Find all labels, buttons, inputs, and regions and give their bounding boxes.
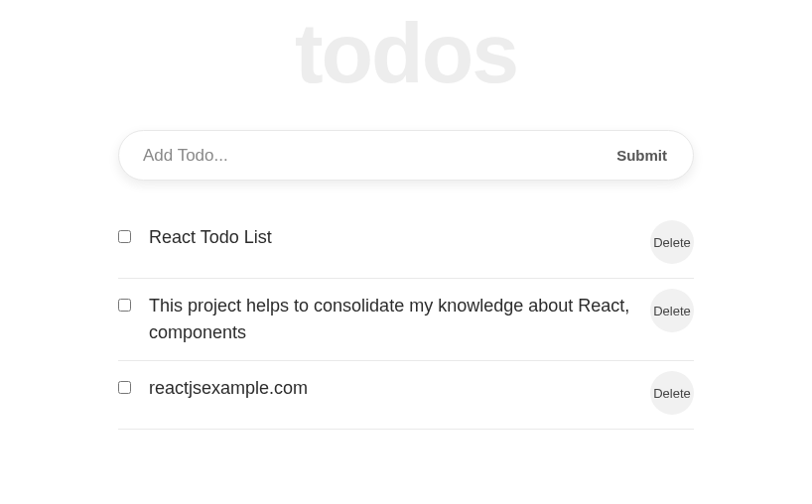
todo-item: reactjsexample.com Delete: [118, 361, 694, 430]
todo-checkbox[interactable]: [118, 299, 131, 312]
todo-item: React Todo List Delete: [118, 210, 694, 279]
todo-checkbox[interactable]: [118, 381, 131, 394]
todo-list: React Todo List Delete This project help…: [118, 210, 694, 430]
todo-text: reactjsexample.com: [149, 375, 650, 402]
todo-checkbox[interactable]: [118, 230, 131, 243]
delete-button[interactable]: Delete: [650, 371, 694, 415]
delete-button[interactable]: Delete: [650, 289, 694, 332]
add-todo-container: Submit: [118, 130, 694, 181]
delete-button[interactable]: Delete: [650, 220, 694, 264]
submit-button[interactable]: Submit: [614, 143, 669, 168]
add-todo-input[interactable]: [143, 146, 614, 166]
todo-item: This project helps to consolidate my kno…: [118, 279, 694, 361]
page-title: todos: [0, 4, 812, 102]
todo-text: React Todo List: [149, 224, 650, 251]
todo-text: This project helps to consolidate my kno…: [149, 293, 650, 346]
